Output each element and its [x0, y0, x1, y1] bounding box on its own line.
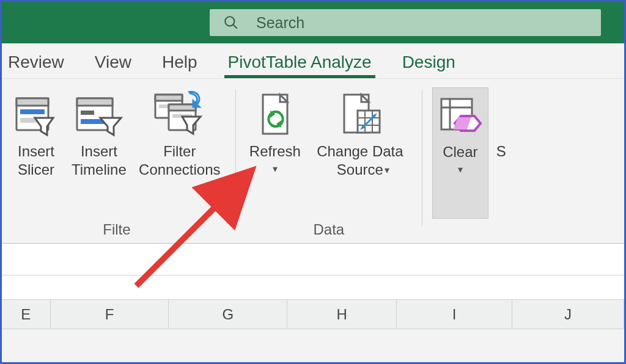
svg-rect-14: [169, 104, 196, 111]
chevron-down-icon: ▾: [385, 164, 389, 176]
refresh-button[interactable]: Refresh ▾: [246, 87, 304, 219]
insert-timeline-button[interactable]: Insert Timeline: [68, 87, 130, 219]
col-header-j[interactable]: J: [512, 300, 624, 329]
tab-review[interactable]: Review: [4, 48, 68, 78]
search-placeholder: Search: [256, 14, 304, 32]
change-data-source-label: Change Data Source: [317, 142, 403, 179]
insert-timeline-label: Insert Timeline: [72, 142, 127, 179]
clear-icon: [436, 90, 484, 138]
group-divider: [422, 90, 422, 226]
col-header-e[interactable]: E: [2, 300, 51, 329]
tab-help[interactable]: Help: [158, 48, 201, 78]
tab-pivottable-analyze[interactable]: PivotTable Analyze: [224, 48, 375, 78]
chevron-down-icon: ▾: [273, 163, 278, 175]
filter-connections-icon: [152, 90, 208, 137]
col-header-h[interactable]: H: [287, 300, 397, 329]
group-data-label: Data: [313, 221, 344, 238]
col-header-g[interactable]: G: [169, 300, 287, 329]
svg-rect-4: [20, 109, 45, 114]
svg-point-0: [225, 16, 234, 26]
svg-rect-3: [17, 98, 48, 106]
tab-view[interactable]: View: [91, 48, 135, 78]
svg-rect-8: [81, 111, 94, 115]
formula-bar[interactable]: [2, 244, 624, 275]
sheet-gap: [2, 275, 624, 300]
ribbon-tabs: Review View Help PivotTable Analyze Desi…: [2, 43, 624, 79]
refresh-label: Refresh: [249, 142, 301, 161]
column-headers: E F G H I J: [2, 300, 624, 329]
change-data-source-icon: [336, 90, 385, 137]
slicer-icon: [12, 90, 61, 137]
refresh-icon: [253, 90, 297, 137]
filter-connections-label: Filter Connections: [139, 142, 220, 179]
filter-connections-button[interactable]: Filter Connections: [134, 87, 226, 219]
titlebar: Search: [2, 2, 624, 43]
group-actions: Clear ▾ S: [426, 87, 517, 243]
col-header-i[interactable]: I: [397, 300, 512, 329]
search-box[interactable]: Search: [210, 9, 601, 36]
group-data: Refresh ▾: [240, 87, 418, 243]
change-data-source-button[interactable]: Change Data Source ▾: [308, 87, 412, 219]
timeline-icon: [73, 90, 125, 137]
clear-label: Clear: [443, 143, 477, 161]
col-header-f[interactable]: F: [51, 300, 169, 329]
svg-rect-11: [155, 95, 182, 101]
clear-button[interactable]: Clear ▾: [432, 87, 488, 219]
insert-slicer-label: Insert Slicer: [18, 142, 54, 179]
ribbon: Insert Slicer Insert Timeline: [2, 79, 624, 244]
chevron-down-icon: ▾: [458, 164, 463, 175]
svg-line-1: [233, 24, 237, 29]
tab-design[interactable]: Design: [399, 48, 459, 78]
group-divider: [235, 90, 236, 226]
group-filter-label: Filte: [103, 221, 130, 238]
insert-slicer-button[interactable]: Insert Slicer: [8, 87, 64, 219]
partial-button[interactable]: S: [492, 87, 510, 219]
search-icon: [223, 15, 239, 31]
svg-rect-7: [77, 98, 112, 106]
group-filter: Insert Slicer Insert Timeline: [2, 87, 232, 243]
